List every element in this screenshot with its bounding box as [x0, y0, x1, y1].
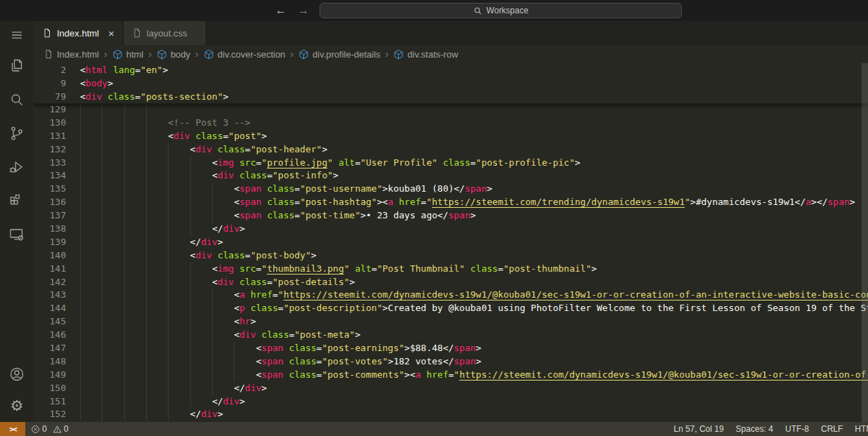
- code-line[interactable]: 130 <!-- Post 3 -->: [34, 117, 868, 130]
- indent-guide: [168, 263, 190, 276]
- activity-bar-item-explorer[interactable]: [0, 49, 34, 83]
- code-token: href: [251, 289, 272, 300]
- code-line[interactable]: 138 </div>: [34, 223, 868, 236]
- code-token: [102, 91, 107, 102]
- status-item-spaces-4[interactable]: Spaces: 4: [736, 422, 773, 436]
- tab-bar: Index.html×layout.css: [34, 21, 868, 45]
- indent-guide: [124, 236, 146, 249]
- code-line[interactable]: 136 <span class="post-hashtag"><a href="…: [34, 196, 868, 209]
- code-line[interactable]: 145 <hr>: [34, 315, 868, 329]
- code-token: alt: [338, 157, 355, 168]
- code-line[interactable]: 142 <div class="post-details">: [34, 276, 868, 289]
- code-token: span: [261, 356, 283, 366]
- code-token: class: [289, 343, 316, 353]
- code-token: </: [234, 383, 245, 393]
- code-token: >: [355, 329, 360, 340]
- breadcrumb-symbol[interactable]: div.profile-details: [298, 49, 381, 60]
- code-line[interactable]: 140 <div class="post-body">: [34, 249, 868, 263]
- indent-guide: [190, 169, 212, 183]
- forward-arrow-icon[interactable]: →: [298, 4, 309, 17]
- indent-guide: [80, 395, 102, 409]
- code-line[interactable]: 139 </div>: [34, 236, 868, 249]
- code-token: >: [476, 356, 482, 366]
- code-line[interactable]: 129: [34, 103, 868, 117]
- activity-bar-item-menu[interactable]: [0, 21, 34, 49]
- code-line[interactable]: 151 </div>: [34, 395, 868, 409]
- activity-bar-item-extensions[interactable]: [0, 184, 34, 218]
- activity-bar-item-run-debug[interactable]: [0, 150, 34, 184]
- breadcrumb-symbol[interactable]: html: [112, 49, 144, 60]
- code-line[interactable]: 2<html lang="en">: [34, 63, 868, 77]
- vertical-scrollbar[interactable]: [862, 63, 868, 422]
- editor[interactable]: 2<html lang="en">9<body>79<div class="po…: [34, 63, 868, 422]
- workspace-search-box[interactable]: Workspace: [320, 3, 682, 18]
- main-area: ⚙ Index.html×layout.css Index.html›html›…: [0, 21, 868, 422]
- code-line-text: </div>: [80, 408, 868, 421]
- code-token: ": [685, 197, 690, 207]
- code-line[interactable]: 150 </div>: [34, 382, 868, 395]
- code-token: >: [690, 197, 696, 207]
- code-line[interactable]: 152 </div>: [34, 408, 868, 421]
- remote-indicator-button[interactable]: ><: [0, 422, 25, 436]
- code-line[interactable]: 149 <span class="post-comments"><a href=…: [34, 369, 868, 382]
- code-line[interactable]: 137 <span class="post-time">• 23 days ag…: [34, 209, 868, 223]
- code-line[interactable]: 147 <span class="post-earnings">$88.48</…: [34, 342, 868, 355]
- code-line[interactable]: 9<body>: [34, 77, 868, 90]
- code-token: img: [218, 157, 234, 168]
- breadcrumb-file[interactable]: Index.html: [44, 49, 99, 60]
- error-count: 0: [42, 424, 47, 434]
- code-token: <: [168, 131, 173, 141]
- activity-bar-item-search[interactable]: [0, 83, 34, 117]
- code-line[interactable]: 134 <div class="post-info">: [34, 169, 868, 183]
- problems-status[interactable]: 0 0: [25, 422, 74, 436]
- code-line[interactable]: 143 <a href="https://steemit.com/dynamic…: [34, 289, 868, 302]
- activity-bar-item-accounts[interactable]: [0, 360, 34, 388]
- activity-bar-item-remote-explorer[interactable]: [0, 218, 34, 251]
- status-item-html[interactable]: HTML: [855, 422, 868, 436]
- code-line-text: <span class="post-time">• 23 days ago</s…: [80, 209, 868, 223]
- indent-guide: [168, 315, 190, 329]
- breadcrumb-symbol[interactable]: body: [157, 49, 190, 60]
- code-line[interactable]: 135 <span class="post-username">kouba01 …: [34, 183, 868, 196]
- code-line[interactable]: 148 <span class="post-votes">182 votes</…: [34, 355, 868, 369]
- code-line[interactable]: 141 <img src="thumbnail3.png" alt="Post …: [34, 263, 868, 276]
- close-icon[interactable]: ×: [108, 28, 114, 39]
- extensions-icon: [8, 192, 25, 209]
- activity-bar-item-settings[interactable]: ⚙: [0, 388, 34, 422]
- breadcrumb: Index.html›html›body›div.cover-section›d…: [34, 45, 868, 63]
- code-token: https://steemit.com/dynamicdevs-s19w1/@k…: [284, 289, 868, 300]
- settings-icon: ⚙: [11, 398, 24, 413]
- indent-guide: [124, 408, 146, 421]
- code-token: >: [487, 183, 492, 194]
- breadcrumb-symbol[interactable]: div.stats-row: [393, 49, 458, 60]
- indent-guide: [146, 329, 168, 342]
- status-item-crlf[interactable]: CRLF: [821, 422, 843, 436]
- indent-guide: [146, 169, 168, 183]
- line-number: 9: [34, 77, 66, 90]
- indent-guide: [80, 196, 102, 209]
- code-token: [333, 157, 338, 168]
- indent-guide: [190, 382, 212, 395]
- code-line[interactable]: 144 <p class="post-description">Created …: [34, 302, 868, 315]
- activity-bar-item-source-control[interactable]: [0, 117, 34, 150]
- tab-layout.css[interactable]: layout.css: [124, 21, 206, 45]
- code-line-text: </div>: [80, 395, 868, 409]
- indent-guide: [146, 196, 168, 209]
- status-item-ln-57-col-19[interactable]: Ln 57, Col 19: [673, 422, 723, 436]
- code-line[interactable]: 131 <div class="post">: [34, 130, 868, 143]
- indent-guide: [212, 329, 234, 342]
- code-line[interactable]: 132 <div class="post-header">: [34, 143, 868, 157]
- tab-Index.html[interactable]: Index.html×: [34, 21, 124, 45]
- status-item-utf-8[interactable]: UTF-8: [785, 422, 809, 436]
- breadcrumb-symbol[interactable]: div.cover-section: [204, 49, 286, 60]
- indent-guide: [80, 302, 102, 315]
- back-arrow-icon[interactable]: ←: [275, 4, 287, 17]
- code-token: class: [218, 250, 245, 260]
- indent-guide: [190, 157, 212, 170]
- code-line[interactable]: 79<div class="posts-section">: [34, 90, 868, 103]
- code-token: div: [218, 170, 234, 180]
- code-line[interactable]: 133 <img src="profile.jpg" alt="User Pro…: [34, 157, 868, 170]
- code-token: <: [80, 78, 86, 88]
- code-line[interactable]: 146 <div class="post-meta">: [34, 329, 868, 342]
- code-token: [212, 144, 218, 154]
